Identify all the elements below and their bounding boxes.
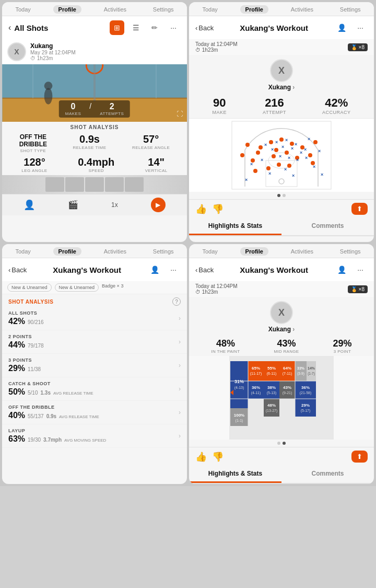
back-btn-2[interactable]: ‹ Back — [195, 24, 214, 32]
tab-activities-1[interactable]: Activities — [100, 5, 131, 14]
playback-bar: 👤 🎬 1x ▶ — [2, 194, 187, 215]
zone-stats: 48% IN THE PAINT 43% MID RANGE 29% 3 POI… — [189, 335, 374, 356]
svg-rect-71 — [295, 361, 307, 381]
share-button-4[interactable]: ⬆ — [351, 451, 368, 463]
more-icon-3[interactable]: ··· — [166, 262, 181, 277]
profile-icon-2[interactable]: 👤 — [334, 20, 349, 35]
svg-point-10 — [44, 82, 53, 90]
svg-text:×: × — [281, 144, 284, 149]
play-button[interactable]: ▶ — [151, 198, 166, 212]
thumbs-down-icon[interactable]: 👎 — [212, 203, 224, 215]
user-name-link-4[interactable]: Xukang — [268, 326, 295, 333]
svg-text:×: × — [250, 162, 253, 167]
svg-text:×: × — [275, 140, 278, 145]
action-bar-4: 👍 👎 ⬆ — [189, 447, 374, 466]
header-3: ‹ Back Xukang's Workout 👤 ··· — [2, 258, 187, 281]
tab-today-2[interactable]: Today — [198, 5, 221, 14]
header-title-3: Xukang's Workout — [53, 266, 121, 274]
thumbs-down-icon-4[interactable]: 👎 — [212, 451, 224, 463]
svg-text:(1-7): (1-7) — [308, 372, 315, 376]
tab-settings-4[interactable]: Settings — [336, 247, 365, 256]
tab-highlights-4[interactable]: Highlights & Stats — [189, 466, 281, 483]
svg-rect-83 — [279, 381, 295, 399]
tab-settings-1[interactable]: Settings — [149, 5, 178, 14]
svg-rect-92 — [264, 399, 279, 417]
tab-profile-2[interactable]: Profile — [240, 5, 268, 14]
svg-text:×: × — [321, 172, 323, 177]
shot-chart-2: × × × × × × × × × × × × × × × × × × × × — [189, 119, 374, 192]
more-icon-4[interactable]: ··· — [353, 262, 368, 277]
more-icon-2[interactable]: ··· — [353, 20, 368, 35]
stat-leg-angle: 128° — [21, 156, 47, 168]
svg-text:×: × — [304, 147, 307, 152]
row-2points[interactable]: 2 POINTS 44% 79/178 › — [2, 330, 187, 354]
header-title-2: Xukang's Workout — [240, 24, 308, 32]
svg-text:14%: 14% — [308, 366, 315, 370]
svg-text:(1-1): (1-1) — [236, 419, 243, 423]
thumbs-up-icon-4[interactable]: 👍 — [195, 451, 207, 463]
profile-icon-3[interactable]: 👤 — [147, 262, 162, 277]
user-duration-1: ⏱ 1h23m — [30, 55, 76, 61]
back-btn-3[interactable]: ‹ Back — [8, 266, 27, 274]
tab-settings-2[interactable]: Settings — [336, 5, 365, 14]
zone-chart-svg: 31% (4-13) 65% (11-17) 55% (6-11) 64% (7… — [189, 356, 374, 440]
svg-point-27 — [266, 166, 271, 170]
tab-bar-1: Today Profile Activities Settings — [2, 2, 187, 16]
tab-activities-4[interactable]: Activities — [287, 247, 318, 256]
row-layup[interactable]: LAYUP 63% 19/30 3.7mph AVG MOVING SPEED … — [2, 424, 187, 448]
row-off-dribble[interactable]: OFF THE DRIBBLE 40% 55/137 0.9s AVG RELE… — [2, 401, 187, 424]
tab-today-3[interactable]: Today — [11, 247, 34, 256]
tab-today-4[interactable]: Today — [198, 247, 221, 256]
svg-rect-95 — [295, 399, 316, 417]
svg-text:×: × — [285, 137, 288, 143]
more-icon[interactable]: ··· — [166, 20, 181, 35]
profile-icon-4[interactable]: 👤 — [334, 262, 349, 277]
stat-vertical: 14" — [145, 156, 168, 168]
gallery-icon[interactable]: ⊞ — [110, 20, 124, 35]
badge-row: New & Unearned New & Unearned Badge × 3 — [2, 281, 187, 294]
tab-settings-3[interactable]: Settings — [149, 247, 178, 256]
row-catch-shoot[interactable]: CATCH & SHOOT 50% 5/10 1.3s AVG RELEASE … — [2, 377, 187, 401]
svg-text:×: × — [292, 173, 295, 178]
tab-comments[interactable]: Comments — [281, 218, 374, 235]
svg-rect-77 — [248, 381, 264, 399]
svg-text:×: × — [308, 136, 310, 142]
share-button-2[interactable]: ⬆ — [351, 203, 368, 215]
svg-rect-68 — [279, 361, 295, 381]
back-arrow-1[interactable]: ‹ — [8, 23, 11, 32]
svg-text:×: × — [271, 147, 274, 152]
header-title-1: All Shots — [14, 24, 48, 32]
svg-text:(7-11): (7-11) — [283, 372, 292, 376]
edit-icon[interactable]: ✏ — [147, 20, 162, 35]
tab-highlights[interactable]: Highlights & Stats — [189, 218, 281, 235]
user-name-link-2[interactable]: Xukang — [268, 84, 295, 91]
row-all-shots[interactable]: ALL SHOTS 42% 90/216 › — [2, 307, 187, 330]
tab-comments-4[interactable]: Comments — [281, 466, 374, 483]
thumbs-up-icon[interactable]: 👍 — [195, 203, 207, 215]
tab-profile-3[interactable]: Profile — [53, 247, 81, 256]
speed-label[interactable]: 1x — [111, 201, 118, 209]
make-num: 90 — [213, 96, 227, 110]
help-icon[interactable]: ? — [172, 297, 181, 306]
tab-profile-1[interactable]: Profile — [53, 5, 81, 14]
tab-activities-3[interactable]: Activities — [100, 247, 131, 256]
svg-text:(4-11): (4-11) — [251, 391, 261, 395]
tab-today-1[interactable]: Today — [11, 5, 34, 14]
svg-rect-86 — [295, 381, 316, 399]
stats-row-2: 128° LEG ANGLE 0.4mph SPEED 14" VERTICAL — [2, 155, 187, 175]
svg-text:(4-13): (4-13) — [234, 386, 244, 390]
row-3points[interactable]: 3 POINTS 29% 11/38 › — [2, 354, 187, 377]
avatar-lg-4: X — [270, 301, 293, 324]
expand-icon[interactable]: ⛶ — [177, 110, 183, 118]
clip-icon-pb[interactable]: 🎬 — [68, 200, 78, 210]
avatar-icon-pb[interactable]: 👤 — [24, 199, 35, 211]
tab-activities-2[interactable]: Activities — [287, 5, 318, 14]
attempt-lbl: ATTEMPT — [263, 110, 286, 115]
panel-zone-chart: Today Profile Activities Settings ‹ Back… — [189, 244, 374, 484]
svg-text:31%: 31% — [234, 379, 244, 384]
tab-profile-4[interactable]: Profile — [240, 247, 268, 256]
back-btn-4[interactable]: ‹ Back — [195, 266, 214, 274]
svg-point-29 — [287, 164, 291, 168]
svg-text:(21-58): (21-58) — [300, 391, 312, 395]
filter-icon[interactable]: ☰ — [128, 20, 143, 35]
